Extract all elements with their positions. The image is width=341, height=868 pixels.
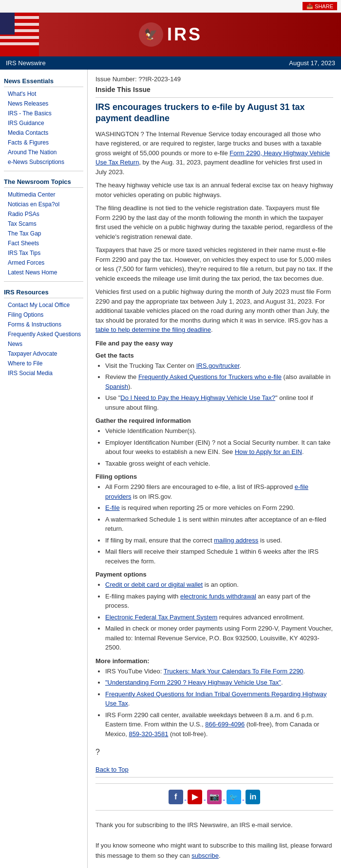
twitter-icon[interactable]: 🐦 bbox=[225, 794, 245, 801]
sidebar-item-around-nation[interactable]: Around The Nation bbox=[4, 147, 83, 157]
instagram-icon[interactable]: 📷 bbox=[206, 794, 225, 801]
sidebar-item-local-office[interactable]: Contact My Local Office bbox=[4, 300, 83, 310]
article-body: WASHINGTON ? The Internal Revenue Servic… bbox=[95, 129, 333, 774]
sidebar-item-enews[interactable]: e-News Subscriptions bbox=[4, 157, 83, 167]
efile-link[interactable]: E-file bbox=[105, 504, 120, 511]
efile-providers-link[interactable]: e-file providers bbox=[105, 483, 308, 500]
required-item-1: Vehicle Identification Number(s). bbox=[105, 426, 333, 436]
sidebar-item-news-releases[interactable]: News Releases bbox=[4, 99, 83, 108]
table-link[interactable]: table to help determine the filing deadl… bbox=[95, 326, 211, 333]
sidebar-item-multimedia[interactable]: Multimedia Center bbox=[4, 190, 83, 199]
article-p5: Vehicles first used on a public highway … bbox=[95, 287, 333, 335]
facebook-icon[interactable]: f bbox=[167, 794, 187, 801]
sidebar-item-faq[interactable]: Frequently Asked Questions bbox=[4, 329, 83, 339]
subscribe-line1: Thank you for subscribing to the IRS New… bbox=[95, 820, 333, 831]
facts-item-3: Use "Do I Need to Pay the Heavy Highway … bbox=[105, 393, 333, 412]
linkedin-icon[interactable]: in bbox=[244, 794, 262, 801]
irs-trucker-link[interactable]: IRS.gov/trucker bbox=[196, 362, 240, 369]
subscribe-line2: If you know someone who might want to su… bbox=[95, 841, 333, 861]
get-facts-heading: Get the facts bbox=[95, 352, 333, 359]
hvut-tool-link[interactable]: Do I Need to Pay the Heavy Highway Vehic… bbox=[120, 394, 275, 401]
main-container: News Essentials What's Hot News Releases… bbox=[0, 70, 341, 868]
sidebar-divider1 bbox=[4, 171, 83, 171]
content-area: Issue Number: ??IR-2023-149 Inside This … bbox=[88, 70, 341, 868]
inside-issue: Inside This Issue bbox=[95, 86, 333, 93]
form2290-link[interactable]: Form 2290, Heavy Highway Vehicle Use Tax… bbox=[95, 149, 330, 166]
youtube-icon[interactable]: ▶ bbox=[186, 794, 206, 801]
more-info-item-3: Frequently Asked Questions for Indian Tr… bbox=[105, 689, 333, 708]
twitter-button[interactable]: 🐦 bbox=[227, 790, 241, 804]
sidebar-section1-title: News Essentials bbox=[4, 74, 83, 87]
sidebar-item-irs-guidance[interactable]: IRS Guidance bbox=[4, 118, 83, 128]
content-divider1 bbox=[95, 97, 333, 98]
share-label: SHARE bbox=[315, 3, 333, 9]
facebook-button[interactable]: f bbox=[169, 790, 183, 804]
filing-item-4: If filing by mail, ensure that the corre… bbox=[105, 536, 333, 545]
facts-item-2: Review the Frequently Asked Questions fo… bbox=[105, 372, 333, 391]
facts-list: Visit the Trucking Tax Center on IRS.gov… bbox=[105, 361, 333, 413]
youtube-button[interactable]: ▶ bbox=[188, 790, 202, 804]
flag-decoration bbox=[0, 13, 39, 56]
sidebar-item-whats-hot[interactable]: What's Hot bbox=[4, 89, 83, 99]
phone-tollfree-link[interactable]: 866-699-4096 bbox=[205, 721, 245, 728]
back-to-top[interactable]: Back to Top bbox=[95, 766, 333, 773]
back-to-top-link[interactable]: Back to Top bbox=[95, 766, 129, 773]
linkedin-button[interactable]: in bbox=[246, 790, 260, 804]
irs-logo: 🦅 IRS bbox=[139, 22, 202, 47]
sidebar-item-tax-scams[interactable]: Tax Scams bbox=[4, 219, 83, 229]
more-info-heading: More information: bbox=[95, 657, 333, 665]
article-p4: Taxpayers that have 25 or more taxed veh… bbox=[95, 245, 333, 283]
more-info-list: IRS YouTube Video: Truckers: Mark Your C… bbox=[105, 667, 333, 739]
faq-truckers-link[interactable]: Frequently Asked Questions for Truckers … bbox=[138, 373, 282, 380]
more-info-item-1: IRS YouTube Video: Truckers: Mark Your C… bbox=[105, 667, 333, 676]
sidebar-item-irs-tax-tips[interactable]: IRS Tax Tips bbox=[4, 248, 83, 258]
sidebar-item-latest-news-home[interactable]: Latest News Home bbox=[4, 268, 83, 277]
ein-link[interactable]: How to Apply for an EIN bbox=[235, 448, 302, 455]
sidebar-item-radio-psas[interactable]: Radio PSAs bbox=[4, 209, 83, 219]
sidebar-item-armed-forces[interactable]: Armed Forces bbox=[4, 258, 83, 268]
file-pay-heading: File and pay the easy way bbox=[95, 340, 333, 347]
more-info-item-4: IRS Form 2290 call center, available wee… bbox=[105, 710, 333, 739]
eft-link[interactable]: electronic funds withdrawal bbox=[180, 593, 256, 600]
required-item-2: Employer Identification Number (EIN) ? n… bbox=[105, 438, 333, 457]
filing-list: All Form 2290 filers are encouraged to e… bbox=[105, 482, 333, 566]
sidebar-item-media-contacts[interactable]: Media Contacts bbox=[4, 128, 83, 138]
article-p2: The heavy highway vehicle use tax is an … bbox=[95, 181, 333, 199]
share-bar: 📤 SHARE bbox=[0, 0, 341, 13]
sidebar-item-social-media[interactable]: IRS Social Media bbox=[4, 368, 83, 378]
share-icon: 📤 bbox=[306, 3, 313, 9]
sidebar-item-filing-options[interactable]: Filing Options bbox=[4, 310, 83, 320]
sidebar-item-where-to-file[interactable]: Where to File bbox=[4, 359, 83, 368]
share-button[interactable]: 📤 SHARE bbox=[303, 2, 337, 10]
sidebar-section2-title: The Newsroom Topics bbox=[4, 175, 83, 188]
newswire-title: IRS Newswire bbox=[6, 59, 46, 67]
sidebar-item-forms-instructions[interactable]: Forms & Instructions bbox=[4, 320, 83, 329]
subscribe-section: Thank you for subscribing to the IRS New… bbox=[95, 816, 333, 868]
payment-item-2: E-filing makes paying with electronic fu… bbox=[105, 592, 333, 611]
spanish-link[interactable]: Spanish bbox=[105, 383, 128, 390]
subscribe-link[interactable]: subscribe bbox=[191, 852, 219, 859]
payment-item-4: Mailed in check or money order payments … bbox=[105, 624, 333, 652]
social-bar: f ▶ 📷 🐦 in bbox=[95, 783, 333, 811]
sidebar-item-irs-basics[interactable]: IRS - The Basics bbox=[4, 108, 83, 118]
sidebar-item-tax-gap[interactable]: The Tax Gap bbox=[4, 229, 83, 238]
youtube-link[interactable]: Truckers: Mark Your Calendars To File Fo… bbox=[164, 668, 303, 675]
more-info-item-2: "Understanding Form 2290 ? Heavy Highway… bbox=[105, 678, 333, 687]
tribal-faq-link[interactable]: Frequently Asked Questions for Indian Tr… bbox=[105, 690, 327, 707]
card-wallet-link[interactable]: Credit or debit card or digital wallet bbox=[105, 581, 203, 588]
sidebar-item-fact-sheets[interactable]: Fact Sheets bbox=[4, 238, 83, 248]
sidebar-item-news[interactable]: News bbox=[4, 339, 83, 349]
instagram-button[interactable]: 📷 bbox=[207, 790, 222, 804]
sidebar-item-facts-figures[interactable]: Facts & Figures bbox=[4, 138, 83, 147]
issue-number: Issue Number: ??IR-2023-149 bbox=[95, 75, 333, 83]
article-question-mark: ? bbox=[95, 742, 333, 762]
mailing-address-link[interactable]: mailing address bbox=[214, 537, 258, 544]
payment-list: Credit or debit card or digital wallet i… bbox=[105, 580, 333, 652]
facts-item-1: Visit the Trucking Tax Center on IRS.gov… bbox=[105, 361, 333, 371]
sidebar-item-taxpayer-advocate[interactable]: Taxpayer Advocate bbox=[4, 349, 83, 359]
sidebar-section3-title: IRS Resources bbox=[4, 286, 83, 298]
understanding-form-link[interactable]: "Understanding Form 2290 ? Heavy Highway… bbox=[105, 679, 281, 686]
sidebar-item-noticias[interactable]: Noticias en Espa?ol bbox=[4, 199, 83, 209]
eftps-link[interactable]: Electronic Federal Tax Payment System bbox=[105, 614, 217, 621]
phone-mexico-link[interactable]: 859-320-3581 bbox=[129, 730, 168, 738]
